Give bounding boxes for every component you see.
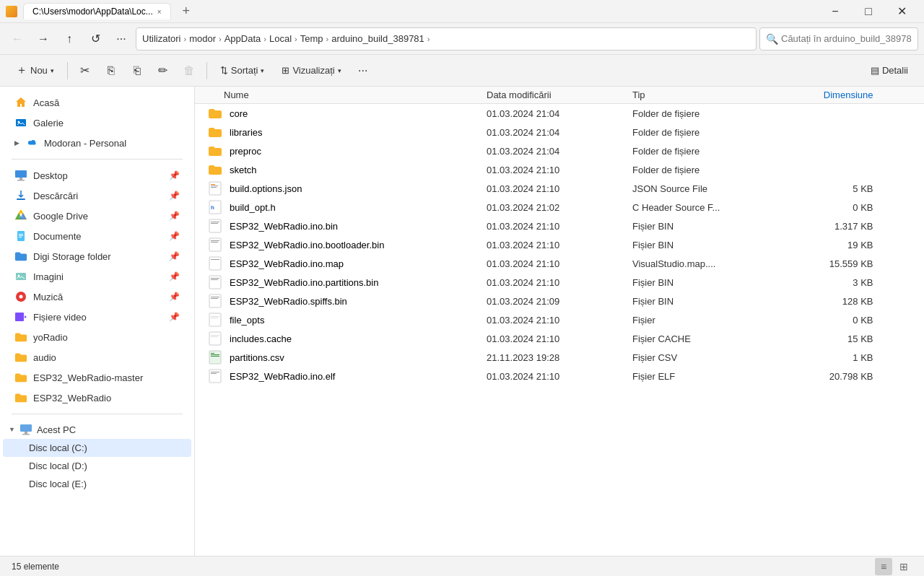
sidebar-item-yoradio[interactable]: yoRadio <box>3 327 191 347</box>
video-icon <box>14 310 27 323</box>
table-row[interactable]: sketch 01.03.2024 21:10 Folder de fișier… <box>195 160 924 179</box>
svg-rect-51 <box>211 356 219 357</box>
sidebar-item-imagini[interactable]: Imagini 📌 <box>3 266 191 287</box>
sidebar-item-documente[interactable]: Documente 📌 <box>3 226 191 246</box>
details-button[interactable]: ▤ Detalii <box>863 61 915 79</box>
table-row[interactable]: preproc 01.03.2024 21:04 Folder de fișie… <box>195 141 924 160</box>
file-icon <box>206 313 224 327</box>
file-type: Fișier BIN <box>632 296 778 307</box>
sidebar-item-digistorage[interactable]: Digi Storage folder 📌 <box>3 246 191 266</box>
svg-rect-49 <box>211 353 214 354</box>
table-row[interactable]: h build_opt.h 01.03.2024 21:02 C Header … <box>195 198 924 217</box>
sort-label: Sortați <box>231 65 258 76</box>
table-row[interactable]: libraries 01.03.2024 21:04 Folder de fiș… <box>195 123 924 141</box>
pin-icon-imagini: 📌 <box>169 271 180 282</box>
col-size[interactable]: Dimensiune <box>778 90 888 100</box>
sidebar-item-esp32master[interactable]: ESP32_WebRadio-master <box>3 367 191 388</box>
breadcrumb-appdata[interactable]: AppData <box>225 33 261 44</box>
table-row[interactable]: ESP32_WebRadio.ino.bin 01.03.2024 21:10 … <box>195 217 924 235</box>
sidebar-digistorage-label: Digi Storage folder <box>33 251 111 262</box>
sidebar-item-acasa[interactable]: Acasă <box>3 92 191 113</box>
list-view-button[interactable]: ≡ <box>875 558 892 575</box>
sidebar-item-galerie[interactable]: Galerie <box>3 113 191 133</box>
breadcrumb-modor[interactable]: modor <box>189 33 216 44</box>
breadcrumb-local[interactable]: Local <box>269 33 292 44</box>
up-button[interactable]: ↑ <box>58 27 81 51</box>
close-button[interactable]: ✕ <box>885 0 918 23</box>
pin-icon-video: 📌 <box>169 312 180 322</box>
file-size: 5 KB <box>778 183 888 194</box>
more-toolbar-button[interactable]: ··· <box>352 59 375 82</box>
sidebar-item-fisierevideo[interactable]: Fișiere video 📌 <box>3 307 191 327</box>
table-row[interactable]: includes.cache 01.03.2024 21:10 Fișier C… <box>195 329 924 348</box>
sidebar-item-muzica[interactable]: Muzică 📌 <box>3 287 191 307</box>
file-icon <box>206 219 224 233</box>
sidebar-drive-c[interactable]: Disc local (C:) <box>3 439 191 457</box>
title-tab[interactable]: C:\Users\modor\AppData\Loc... × <box>23 3 171 19</box>
breadcrumb-current[interactable]: arduino_build_389781 <box>331 33 424 44</box>
back-button[interactable]: ← <box>6 27 29 51</box>
table-row[interactable]: ESP32_WebRadio.ino.map 01.03.2024 21:10 … <box>195 254 924 273</box>
search-input[interactable] <box>781 33 912 44</box>
col-date[interactable]: Data modificării <box>487 90 632 100</box>
table-row[interactable]: file_opts 01.03.2024 21:10 Fișier 0 KB <box>195 310 924 329</box>
copy-button[interactable]: ⎘ <box>100 59 123 82</box>
minimize-button[interactable]: − <box>819 0 852 23</box>
file-date: 01.03.2024 21:10 <box>487 333 632 344</box>
new-button[interactable]: ＋ Nou ▾ <box>9 59 61 82</box>
file-type: Folder de fișiere <box>632 127 778 138</box>
sidebar-item-audio[interactable]: audio <box>3 347 191 367</box>
file-type: Fișier CACHE <box>632 333 778 344</box>
folder-icon <box>206 106 224 121</box>
delete-button[interactable]: 🗑 <box>178 59 201 82</box>
sidebar-item-googledrive[interactable]: Google Drive 📌 <box>3 206 191 226</box>
sidebar-drive-d[interactable]: Disc local (D:) <box>3 457 191 475</box>
file-rows-container: core 01.03.2024 21:04 Folder de fișiere … <box>195 104 924 385</box>
table-row[interactable]: ESP32_WebRadio.ino.elf 01.03.2024 21:10 … <box>195 367 924 385</box>
refresh-button[interactable]: ↺ <box>84 27 107 51</box>
table-row[interactable]: ESP32_WebRadio.ino.bootloader.bin 01.03.… <box>195 235 924 254</box>
folder-icon <box>206 144 224 158</box>
sidebar-yoradio-label: yoRadio <box>33 332 68 343</box>
breadcrumb-utilizatori[interactable]: Utilizatori <box>142 33 180 44</box>
cut-button[interactable]: ✂ <box>74 59 97 82</box>
view-button[interactable]: ⊞ Vizualizați ▾ <box>274 61 348 79</box>
new-tab-button[interactable]: + <box>177 4 196 19</box>
sidebar-item-desktop[interactable]: Desktop 📌 <box>3 165 191 186</box>
col-name[interactable]: Nume <box>195 90 487 100</box>
grid-view-button[interactable]: ⊞ <box>895 558 912 575</box>
maximize-button[interactable]: □ <box>852 0 885 23</box>
more-nav-button[interactable]: ··· <box>110 27 133 51</box>
file-icon: h <box>206 200 224 214</box>
forward-button[interactable]: → <box>32 27 55 51</box>
sidebar-item-esp32[interactable]: ESP32_WebRadio <box>3 388 191 408</box>
svg-rect-3 <box>19 178 22 180</box>
new-label: Nou <box>30 65 48 76</box>
col-type[interactable]: Tip <box>632 90 778 100</box>
desktop-icon <box>14 169 27 182</box>
sidebar-drive-e[interactable]: Disc local (E:) <box>3 475 191 493</box>
sidebar-modoran-label: Modoran - Personal <box>44 138 126 149</box>
file-date: 01.03.2024 21:10 <box>487 315 632 326</box>
sidebar-item-descarcari[interactable]: Descărcări 📌 <box>3 186 191 206</box>
table-row[interactable]: build.options.json 01.03.2024 21:10 JSON… <box>195 179 924 198</box>
sidebar-this-pc[interactable]: ▼ Acest PC <box>0 420 194 439</box>
sidebar-item-modoran[interactable]: ▶ Modoran - Personal <box>3 133 191 153</box>
table-row[interactable]: partitions.csv 21.11.2023 19:28 Fișier C… <box>195 348 924 367</box>
svg-marker-18 <box>25 315 27 318</box>
table-row[interactable]: core 01.03.2024 21:04 Folder de fișiere <box>195 104 924 123</box>
paste-button[interactable]: ⎗ <box>126 59 149 82</box>
gdrive-icon <box>14 209 27 222</box>
rename-button[interactable]: ✏ <box>152 59 175 82</box>
sort-button[interactable]: ⇅ Sortați ▾ <box>213 61 272 79</box>
table-row[interactable]: ESP32_WebRadio.spiffs.bin 01.03.2024 21:… <box>195 292 924 310</box>
close-tab-btn[interactable]: × <box>157 8 162 16</box>
file-icon <box>206 350 224 365</box>
file-name: ESP32_WebRadio.ino.elf <box>195 369 487 383</box>
svg-rect-38 <box>211 279 218 280</box>
file-type: VisualStudio.map.... <box>632 258 778 269</box>
file-type: JSON Source File <box>632 183 778 194</box>
table-row[interactable]: ESP32_WebRadio.ino.partitions.bin 01.03.… <box>195 273 924 292</box>
breadcrumb-temp[interactable]: Temp <box>300 33 323 44</box>
file-name: ESP32_WebRadio.ino.bin <box>195 219 487 233</box>
